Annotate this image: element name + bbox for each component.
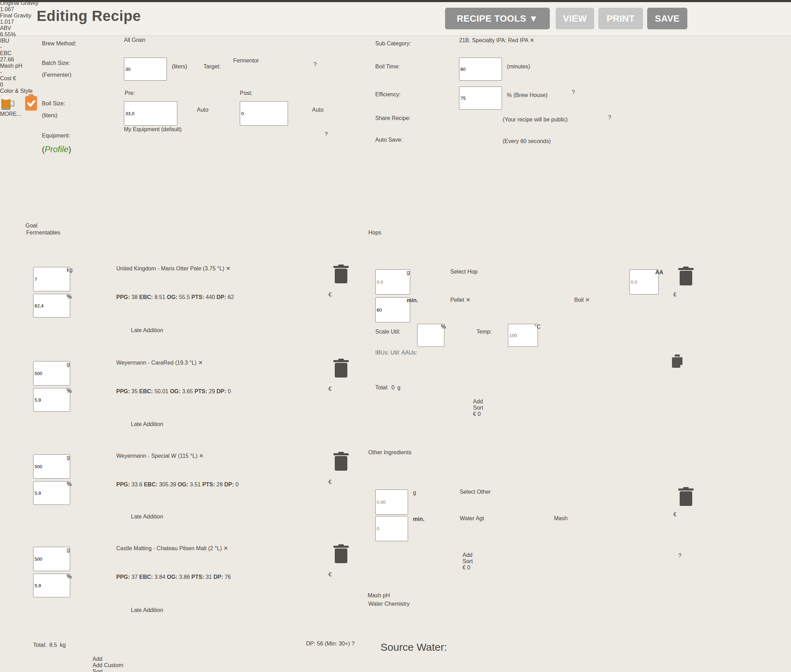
hop-amount-input[interactable] (375, 269, 410, 294)
fermentables-actions: Add Add Custom Sort € 0 (93, 656, 166, 672)
other-cost-button[interactable]: € 0 (462, 565, 501, 571)
source-water-select[interactable] (380, 656, 665, 672)
euro-cost-button[interactable]: € (673, 512, 677, 518)
help-icon[interactable]: ? (678, 553, 694, 568)
trash-icon[interactable] (334, 544, 349, 563)
clear-x-icon[interactable]: ✕ (529, 37, 534, 43)
batch-size-input[interactable] (124, 58, 167, 81)
boil-size-pre-input[interactable] (124, 101, 177, 126)
euro-cost-button[interactable]: € (329, 386, 332, 392)
clear-x-icon[interactable]: ✕ (226, 266, 230, 272)
hops-total: Total: 0 g (375, 384, 400, 391)
help-icon[interactable]: ? (325, 131, 328, 138)
fermentable-amount-input[interactable] (33, 267, 70, 291)
hop-use-select[interactable]: Boil ✕ (574, 297, 686, 321)
boil-time-input[interactable] (459, 58, 502, 81)
sort-hops-button[interactable]: Sort (473, 405, 516, 411)
hop-select[interactable]: Select Hop (450, 269, 622, 293)
add-hop-button[interactable]: Add (473, 398, 514, 405)
trash-icon[interactable] (334, 359, 349, 378)
other-time-input[interactable] (375, 516, 408, 541)
other-use-select[interactable]: Mash (554, 515, 641, 540)
save-button[interactable]: SAVE (647, 8, 687, 29)
trash-icon[interactable] (334, 264, 349, 283)
fermentable-select[interactable]: Weyermann - Special W (115 °L) ✕ (116, 453, 321, 478)
help-icon[interactable]: ? (313, 61, 317, 68)
fermentable-unit-select[interactable]: g (67, 547, 108, 569)
auto-save-note: (Every 60 seconds) (503, 138, 551, 144)
other-ingredients-title: Other Ingredients (368, 450, 697, 456)
target-select[interactable]: Fermentor (233, 58, 305, 78)
sub-category-value: 21B. Specialty IPA: Red IPA (459, 37, 528, 43)
brew-method-select[interactable]: All Grain (124, 37, 319, 58)
sub-category-select[interactable]: 21B. Specialty IPA: Red IPA ✕ (459, 37, 653, 58)
recipe-tools-button[interactable]: RECIPE TOOLS ▼ (445, 8, 550, 29)
help-icon[interactable]: ? (608, 114, 611, 121)
hop-time-input[interactable] (375, 297, 410, 322)
clear-x-icon[interactable]: ✕ (585, 297, 590, 303)
euro-cost-button[interactable]: € (329, 292, 332, 298)
clear-x-icon[interactable]: ✕ (198, 360, 203, 366)
trash-icon[interactable] (334, 452, 349, 471)
hop-type-select[interactable]: Pellet ✕ (450, 297, 569, 321)
help-icon[interactable]: ? (351, 641, 355, 646)
batch-size-unit: (liters) (172, 64, 187, 70)
fermentable-amount-input[interactable] (33, 361, 70, 386)
sort-fermentables-button[interactable]: Sort (93, 669, 135, 672)
fermentable-select[interactable]: Weyermann - CaraRed (19.3 °L) ✕ (116, 359, 321, 384)
fermentable-unit-select[interactable]: kg (67, 267, 108, 289)
fermentable-unit-select[interactable]: g (67, 454, 108, 477)
diastatic-power-summary: DP: 56 (Min: 30+) ? (306, 641, 355, 647)
hops-actions: Add Sort € 0 (473, 398, 516, 417)
fermentable-amount-input[interactable] (33, 547, 70, 571)
boil-size-post-input[interactable] (240, 101, 288, 126)
fermentable-percent-input[interactable] (33, 388, 70, 412)
efficiency-label: Efficiency: (375, 91, 401, 98)
other-type-select[interactable]: Water Agt (460, 515, 549, 540)
fermentable-select[interactable]: United Kingdom - Maris Otter Pale (3.75 … (116, 265, 321, 290)
hop-calc-strip: IBUs: Util: AAUs: (375, 350, 690, 372)
percent-unit-box: % (67, 481, 108, 503)
equipment-select[interactable]: My Equipment (default) (124, 126, 319, 149)
help-icon[interactable]: ? (572, 89, 575, 96)
print-button[interactable]: PRINT (598, 8, 643, 29)
trash-icon[interactable] (678, 267, 694, 285)
clear-x-icon[interactable]: ✕ (466, 297, 470, 303)
other-amount-input[interactable] (375, 490, 408, 515)
stat-abv: ABV 6.55% (0, 25, 39, 38)
fermentable-percent-input[interactable] (33, 574, 70, 597)
fermentable-unit-select[interactable]: g (67, 361, 108, 384)
add-custom-fermentable-button[interactable]: Add Custom (93, 662, 166, 669)
add-fermentable-button[interactable]: Add (93, 656, 134, 662)
other-ingredient-select[interactable]: Select Other (460, 489, 655, 513)
clear-x-icon[interactable]: ✕ (199, 453, 204, 459)
more-stats-button[interactable]: MORE... (0, 111, 39, 117)
euro-cost-button[interactable]: € (329, 571, 332, 578)
efficiency-input[interactable] (459, 86, 502, 110)
equipment-profile-link[interactable]: Profile (45, 144, 68, 154)
other-time-unit-select[interactable]: min. (404, 516, 462, 539)
trash-icon[interactable] (678, 487, 694, 506)
stat-color-style[interactable]: Color & Style (0, 88, 39, 111)
copy-icon[interactable] (672, 355, 684, 368)
fermentable-percent-input[interactable] (33, 481, 70, 505)
hops-cost-button[interactable]: € 0 (473, 411, 512, 417)
other-unit-select[interactable]: g (404, 490, 462, 512)
fermentable-percent-input[interactable] (33, 294, 70, 317)
clear-x-icon[interactable]: ✕ (223, 546, 228, 551)
brew-method-value: All Grain (124, 37, 145, 43)
hop-unit-select[interactable]: g (407, 269, 441, 293)
hop-aa-input[interactable] (629, 269, 659, 294)
add-other-button[interactable]: Add (462, 552, 504, 558)
fermentable-amount-input[interactable] (33, 454, 70, 479)
dp-min: (Min: 30+) (325, 641, 350, 646)
dp-label: DP: (306, 641, 316, 646)
scale-util-input[interactable] (417, 324, 444, 347)
equipment-paren-close: ) (68, 144, 71, 154)
view-button[interactable]: VIEW (556, 8, 594, 29)
target-value: Fermentor (233, 58, 259, 64)
euro-cost-button[interactable]: € (329, 479, 332, 485)
sort-other-button[interactable]: Sort (462, 558, 505, 565)
temp-input[interactable] (508, 324, 538, 347)
fermentable-select[interactable]: Castle Malting - Chateau Pilsen Malt (2 … (116, 545, 321, 570)
